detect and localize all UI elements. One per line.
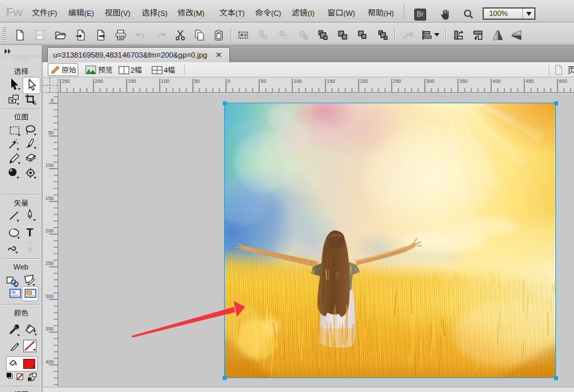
svg-text:T: T (27, 226, 34, 239)
